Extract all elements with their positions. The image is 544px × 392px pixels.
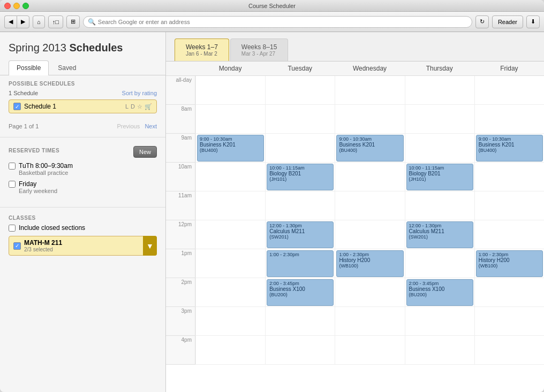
calendar-event-ev11[interactable]: 9:00 - 10:30amBusiness K201(BU400) bbox=[476, 135, 543, 162]
sort-by-rating-link[interactable]: Sort by rating bbox=[122, 90, 157, 96]
cal-cell-day3-slot2 bbox=[405, 134, 474, 163]
class-item-math211[interactable]: ✓ MATH-M 211 2/3 selected bbox=[9, 236, 157, 256]
cal-cell-day0-slot5 bbox=[195, 220, 265, 249]
share-button[interactable]: ↑□ bbox=[48, 16, 63, 28]
reader-button[interactable]: Reader bbox=[492, 16, 523, 28]
prev-button[interactable]: Previous bbox=[117, 123, 140, 129]
cal-cell-day2-slot9 bbox=[335, 336, 404, 365]
tab-saved[interactable]: Saved bbox=[50, 60, 84, 75]
include-closed-label: Include closed sections bbox=[19, 224, 85, 232]
calendar-event-ev8[interactable]: 10:00 - 11:15amBiology B201(JH101) bbox=[406, 164, 473, 190]
cal-cell-day4-slot4 bbox=[474, 191, 544, 220]
next-button[interactable]: Next bbox=[145, 123, 157, 129]
cal-cell-day3-slot7: 2:00 - 3:45pmBusiness X100(BU200) bbox=[405, 278, 474, 307]
page-title-normal: Spring 2013 bbox=[9, 42, 66, 53]
time-label-all-day: all-day bbox=[166, 76, 195, 105]
home-button[interactable]: ⌂ bbox=[33, 16, 45, 28]
include-closed-checkbox[interactable] bbox=[9, 225, 16, 232]
class-expand-button[interactable]: ▼ bbox=[143, 236, 157, 256]
calendar-event-ev12[interactable]: 1:00 - 2:30pmHistory H200(WB100) bbox=[476, 250, 543, 277]
schedule-1-checkbox[interactable]: ✓ bbox=[13, 103, 21, 110]
week-tab-8-15[interactable]: Weeks 8–15 Mar 3 - Apr 27 bbox=[230, 39, 289, 61]
divider-1 bbox=[0, 137, 165, 137]
page-title-bold: Schedules bbox=[69, 42, 123, 53]
cal-cell-day1-slot8 bbox=[265, 307, 335, 336]
cal-cell-day4-slot8 bbox=[474, 307, 544, 336]
cal-cell-day4-slot7 bbox=[474, 278, 544, 307]
traffic-lights bbox=[4, 3, 29, 9]
week-tab-1-7[interactable]: Weeks 1–7 Jan 6 - Mar 2 bbox=[175, 39, 229, 61]
cal-cell-day0-slot1 bbox=[195, 105, 265, 134]
calendar-event-ev6[interactable]: 9:00 - 10:30amBusiness K201(BU400) bbox=[336, 135, 403, 162]
cal-cell-day4-slot2: 9:00 - 10:30amBusiness K201(BU400) bbox=[474, 134, 544, 163]
refresh-button[interactable]: ↻ bbox=[475, 16, 489, 28]
possible-count-row: 1 Schedule Sort by rating bbox=[9, 90, 157, 96]
reserved-item-2-checkbox[interactable] bbox=[9, 181, 16, 188]
app-window: Course Scheduler ◀ ▶ ⌂ ↑□ ⊞ 🔍 ↻ Reader ⬇… bbox=[0, 0, 544, 392]
week-tab-1-7-label: Weeks 1–7 bbox=[186, 43, 218, 51]
main-content: Spring 2013 Schedules Possible Saved POS… bbox=[0, 32, 544, 392]
time-label-1pm: 1pm bbox=[166, 249, 195, 278]
class-math211-subtitle: 2/3 selected bbox=[24, 247, 62, 252]
calendar-event-ev7[interactable]: 1:00 - 2:30pmHistory H200(WB100) bbox=[336, 250, 403, 277]
list-icon[interactable]: L bbox=[125, 103, 129, 110]
time-column-header bbox=[166, 62, 195, 76]
cal-cell-day0-slot9 bbox=[195, 336, 265, 365]
back-button[interactable]: ◀ bbox=[4, 16, 17, 28]
titlebar: Course Scheduler bbox=[0, 0, 544, 12]
class-math211-label: MATH-M 211 bbox=[24, 239, 62, 247]
calendar-day-header-tuesday: Tuesday bbox=[265, 62, 335, 76]
calendar-event-ev10[interactable]: 2:00 - 3:45pmBusiness X100(BU200) bbox=[406, 279, 473, 306]
calendar-event-ev3[interactable]: 12:00 - 1:30pmCalculus M211(SW201) bbox=[267, 221, 334, 248]
cal-cell-day1-slot7: 2:00 - 3:45pmBusiness X100(BU200) bbox=[265, 278, 335, 307]
tab-bar: Possible Saved bbox=[0, 60, 165, 75]
forward-button[interactable]: ▶ bbox=[17, 16, 29, 28]
calendar-event-ev9[interactable]: 12:00 - 1:30pmCalculus M211(SW201) bbox=[406, 221, 473, 248]
star-icon[interactable]: ☆ bbox=[137, 103, 142, 110]
search-input[interactable] bbox=[98, 19, 467, 25]
schedule-count: 1 Schedule bbox=[9, 90, 38, 96]
time-label-12pm: 12pm bbox=[166, 220, 195, 249]
reserved-item-1-checkbox[interactable] bbox=[9, 163, 16, 170]
cal-cell-day3-slot4 bbox=[405, 191, 474, 220]
reserved-item-2-text: Friday Early weekend bbox=[19, 180, 57, 194]
class-math211-checkbox[interactable]: ✓ bbox=[13, 242, 21, 250]
page-header: Spring 2013 Schedules bbox=[0, 32, 165, 60]
calendar-day-header-thursday: Thursday bbox=[405, 62, 474, 76]
cal-cell-day0-slot2: 9:00 - 10:30amBusiness K201(BU400) bbox=[195, 134, 265, 163]
minimize-button[interactable] bbox=[13, 3, 20, 9]
reserved-times-header-row: RESERVED TIMES New bbox=[9, 146, 157, 158]
pagination-nav: Previous Next bbox=[117, 123, 157, 129]
cal-cell-day1-slot4 bbox=[265, 191, 335, 220]
time-label-3pm: 3pm bbox=[166, 307, 195, 336]
downloads-button[interactable]: ⬇ bbox=[526, 16, 540, 28]
cal-cell-day1-slot2 bbox=[265, 134, 335, 163]
class-math211-text: MATH-M 211 2/3 selected bbox=[24, 239, 62, 252]
week-tabs: Weeks 1–7 Jan 6 - Mar 2 Weeks 8–15 Mar 3… bbox=[166, 32, 544, 61]
calendar-event-ev5[interactable]: 2:00 - 3:45pmBusiness X100(BU200) bbox=[267, 279, 334, 306]
time-label-9am: 9am bbox=[166, 134, 195, 163]
calendar-event-ev2[interactable]: 10:00 - 11:15amBiology B201(JH101) bbox=[267, 164, 334, 190]
close-button[interactable] bbox=[4, 3, 11, 9]
time-label-8am: 8am bbox=[166, 105, 195, 134]
calendar-day-header-friday: Friday bbox=[474, 62, 544, 76]
detail-icon[interactable]: D bbox=[131, 103, 135, 110]
cal-cell-day1-slot6: 1:00 - 2:30pm bbox=[265, 249, 335, 278]
cal-cell-day2-slot5 bbox=[335, 220, 404, 249]
schedule-item-1[interactable]: ✓ Schedule 1 L D ☆ 🛒 bbox=[9, 99, 157, 113]
calendar-event-ev1[interactable]: 9:00 - 10:30amBusiness K201(BU400) bbox=[197, 135, 264, 162]
cart-icon[interactable]: 🛒 bbox=[145, 103, 152, 110]
reserved-times-section: RESERVED TIMES New TuTh 8:00–9:30am Bask… bbox=[0, 141, 165, 204]
tab-possible[interactable]: Possible bbox=[9, 60, 49, 75]
maximize-button[interactable] bbox=[22, 3, 29, 9]
week-tab-8-15-dates: Mar 3 - Apr 27 bbox=[241, 51, 277, 57]
browser-toolbar: ◀ ▶ ⌂ ↑□ ⊞ 🔍 ↻ Reader ⬇ bbox=[0, 12, 544, 32]
bookmarks-button[interactable]: ⊞ bbox=[66, 16, 80, 28]
calendar-event-ev4[interactable]: 1:00 - 2:30pm bbox=[267, 250, 334, 277]
new-reserved-time-button[interactable]: New bbox=[133, 146, 157, 158]
cal-cell-day4-slot1 bbox=[474, 105, 544, 134]
cal-cell-day1-slot5: 12:00 - 1:30pmCalculus M211(SW201) bbox=[265, 220, 335, 249]
cal-cell-day4-slot5 bbox=[474, 220, 544, 249]
search-bar[interactable]: 🔍 bbox=[83, 16, 472, 28]
divider-2 bbox=[0, 207, 165, 207]
